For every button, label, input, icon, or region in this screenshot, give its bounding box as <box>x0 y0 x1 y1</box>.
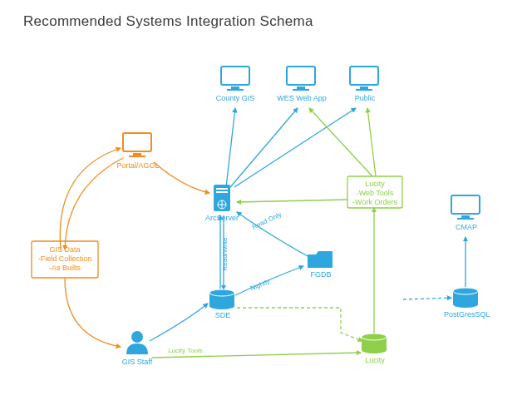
db-icon <box>362 334 387 353</box>
monitor-icon <box>451 195 480 220</box>
svg-rect-0 <box>123 133 151 151</box>
node-label: GIS Data -Field Collection -As Builts <box>34 245 96 273</box>
edge-label: Read/Write <box>220 234 229 275</box>
db-icon <box>209 289 234 309</box>
svg-rect-13 <box>461 215 470 218</box>
node-label: WES Web App <box>276 94 328 103</box>
monitor-icon <box>123 133 151 157</box>
diagram-svg <box>0 0 532 420</box>
node-label: Public <box>352 94 378 103</box>
svg-rect-14 <box>457 218 474 220</box>
node-icons <box>32 67 480 354</box>
svg-rect-3 <box>221 67 249 85</box>
server-icon <box>214 185 230 211</box>
svg-rect-20 <box>216 191 228 193</box>
folder-icon <box>308 251 332 268</box>
node-label: County GIS <box>214 94 256 103</box>
node-label: FGDB <box>310 270 332 279</box>
svg-point-33 <box>131 331 143 343</box>
node-label: CMAP <box>454 223 479 232</box>
svg-rect-10 <box>360 86 368 89</box>
svg-rect-2 <box>129 156 145 157</box>
node-label: Lucity -Web Tools -Work Orders <box>350 180 400 207</box>
db-icon <box>453 288 478 308</box>
node-label: ArcServer <box>204 214 239 223</box>
edge-label: Lucity Tools <box>166 346 204 355</box>
person-icon <box>126 331 148 354</box>
svg-rect-6 <box>287 67 315 85</box>
svg-rect-11 <box>356 89 372 91</box>
monitor-icon <box>287 67 315 91</box>
svg-rect-8 <box>293 89 309 91</box>
svg-rect-4 <box>231 86 239 89</box>
node-label: PostGresSQL <box>444 310 489 319</box>
svg-rect-1 <box>133 153 141 156</box>
node-label: SDE <box>214 311 231 320</box>
node-label: Portal/AGOL <box>116 161 160 170</box>
svg-rect-19 <box>216 188 228 190</box>
node-label: Lucity <box>364 356 386 365</box>
svg-point-31 <box>362 347 387 353</box>
svg-rect-5 <box>227 89 244 91</box>
svg-rect-12 <box>451 195 480 214</box>
node-label: GIS Staff <box>121 358 154 367</box>
diagram-canvas: Recommended Systems Integration Schema <box>0 0 532 420</box>
svg-rect-7 <box>297 86 305 89</box>
svg-point-27 <box>453 301 478 308</box>
svg-point-23 <box>209 303 234 309</box>
monitor-icon <box>350 67 378 91</box>
svg-rect-9 <box>350 67 378 85</box>
edges <box>60 108 466 358</box>
monitor-icon <box>221 67 249 91</box>
